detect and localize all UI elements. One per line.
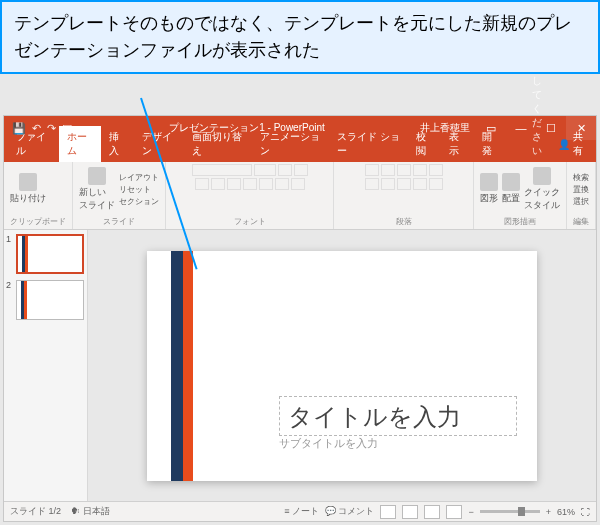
arrange-button[interactable]: 配置	[502, 173, 520, 205]
statusbar: スライド 1/2 🗣 日本語 ≡ ノート 💬 コメント − + 61% ⛶	[4, 501, 596, 521]
share-button[interactable]: 👤 共有	[550, 126, 596, 162]
group-clipboard: 貼り付け クリップボード	[4, 162, 73, 229]
align-left-icon[interactable]	[365, 178, 379, 190]
group-font: フォント	[166, 162, 334, 229]
paragraph-label: 段落	[340, 214, 467, 227]
decrease-indent-icon[interactable]	[397, 164, 411, 176]
zoom-in-button[interactable]: +	[546, 507, 551, 517]
title-placeholder-text: タイトルを入力	[288, 401, 508, 433]
share-icon: 👤	[558, 139, 570, 150]
slideshow-view-icon[interactable]	[446, 505, 462, 519]
tab-view[interactable]: 表示	[441, 126, 474, 162]
thumb-number: 1	[6, 234, 11, 244]
replace-button[interactable]: 置換	[573, 184, 589, 195]
accent-bar-red	[183, 251, 193, 481]
line-spacing-icon[interactable]	[429, 164, 443, 176]
slide-canvas[interactable]: タイトルを入力 サブタイトルを入力	[147, 251, 537, 481]
font-size-select[interactable]	[254, 164, 276, 176]
ribbon-content: 貼り付け クリップボード 新しい スライド レイアウト リセット セクション ス…	[4, 162, 596, 230]
font-family-select[interactable]	[192, 164, 252, 176]
tab-slideshow[interactable]: スライド ショー	[329, 126, 408, 162]
save-icon[interactable]: 💾	[12, 122, 26, 135]
select-button[interactable]: 選択	[573, 196, 589, 207]
slide-indicator[interactable]: スライド 1/2	[10, 505, 61, 518]
thumb-number: 2	[6, 280, 11, 290]
quick-styles-button[interactable]: クイック スタイル	[524, 167, 560, 212]
shapes-icon	[480, 173, 498, 191]
editing-label: 編集	[573, 214, 589, 227]
slide-options: レイアウト リセット セクション	[119, 172, 159, 207]
zoom-slider[interactable]	[480, 510, 540, 513]
underline-icon[interactable]	[227, 178, 241, 190]
italic-icon[interactable]	[211, 178, 225, 190]
subtitle-placeholder[interactable]: サブタイトルを入力	[279, 436, 378, 451]
justify-icon[interactable]	[413, 178, 427, 190]
arrange-icon	[502, 173, 520, 191]
tab-developer[interactable]: 開発	[474, 126, 507, 162]
spacing-icon[interactable]	[275, 178, 289, 190]
thumb-slide-preview	[16, 234, 84, 274]
columns-icon[interactable]	[429, 178, 443, 190]
new-slide-icon	[88, 167, 106, 185]
group-drawing: 図形 配置 クイック スタイル 図形描画	[474, 162, 567, 229]
increase-font-icon[interactable]	[278, 164, 292, 176]
zoom-level[interactable]: 61%	[557, 507, 575, 517]
find-button[interactable]: 検索	[573, 172, 589, 183]
share-label: 共有	[573, 130, 588, 158]
normal-view-icon[interactable]	[380, 505, 396, 519]
group-editing: 検索 置換 選択 編集	[567, 162, 596, 229]
undo-icon[interactable]: ↶	[32, 122, 41, 135]
layout-button[interactable]: レイアウト	[119, 172, 159, 183]
strike-icon[interactable]	[259, 178, 273, 190]
align-center-icon[interactable]	[381, 178, 395, 190]
subtitle-placeholder-text: サブタイトルを入力	[279, 437, 378, 449]
decrease-font-icon[interactable]	[294, 164, 308, 176]
comments-button[interactable]: 💬 コメント	[325, 505, 375, 518]
slide-accent-bars	[171, 251, 193, 481]
paste-button[interactable]: 貼り付け	[10, 173, 46, 205]
slide-editor-area[interactable]: タイトルを入力 サブタイトルを入力	[88, 230, 596, 501]
start-from-beginning-icon[interactable]: ▤	[62, 122, 72, 135]
section-button[interactable]: セクション	[119, 196, 159, 207]
thumb-slide-preview	[16, 280, 84, 320]
new-slide-button[interactable]: 新しい スライド	[79, 167, 115, 212]
group-slides: 新しい スライド レイアウト リセット セクション スライド	[73, 162, 166, 229]
increase-indent-icon[interactable]	[413, 164, 427, 176]
redo-icon[interactable]: ↷	[47, 122, 56, 135]
thumb-accent	[21, 281, 27, 319]
font-label: フォント	[172, 214, 327, 227]
reading-view-icon[interactable]	[424, 505, 440, 519]
fit-to-window-icon[interactable]: ⛶	[581, 507, 590, 517]
slides-label: スライド	[79, 214, 159, 227]
slide-thumbnails-panel: 1 2	[4, 230, 88, 501]
language-indicator[interactable]: 🗣 日本語	[71, 505, 110, 518]
bullets-icon[interactable]	[365, 164, 379, 176]
numbering-icon[interactable]	[381, 164, 395, 176]
title-placeholder[interactable]: タイトルを入力	[279, 396, 517, 436]
drawing-label: 図形描画	[480, 214, 560, 227]
paste-icon	[19, 173, 37, 191]
font-color-icon[interactable]	[291, 178, 305, 190]
bold-icon[interactable]	[195, 178, 209, 190]
tab-insert[interactable]: 挿入	[101, 126, 134, 162]
reset-button[interactable]: リセット	[119, 184, 159, 195]
slide-sorter-view-icon[interactable]	[402, 505, 418, 519]
shadow-icon[interactable]	[243, 178, 257, 190]
thumbnail-1[interactable]: 1	[8, 234, 83, 274]
tab-review[interactable]: 校閲	[408, 126, 441, 162]
thumb-accent	[22, 236, 28, 272]
notes-button[interactable]: ≡ ノート	[284, 505, 319, 518]
ribbon-tabs: ファイル ホーム 挿入 デザイン 画面切り替え アニメーション スライド ショー…	[4, 140, 596, 162]
shapes-button[interactable]: 図形	[480, 173, 498, 205]
zoom-out-button[interactable]: −	[468, 507, 473, 517]
align-right-icon[interactable]	[397, 178, 411, 190]
tab-transitions[interactable]: 画面切り替え	[184, 126, 252, 162]
powerpoint-window: 💾 ↶ ↷ ▤ プレゼンテーション1 - PowerPoint 井上香穂里 ▭ …	[3, 115, 597, 522]
clipboard-label: クリップボード	[10, 214, 66, 227]
workspace: 1 2 タイトルを入力 サブタイトルを入力	[4, 230, 596, 501]
quick-styles-icon	[533, 167, 551, 185]
thumbnail-2[interactable]: 2	[8, 280, 83, 320]
tab-animations[interactable]: アニメーション	[252, 126, 329, 162]
group-paragraph: 段落	[334, 162, 474, 229]
accent-bar-blue	[171, 251, 183, 481]
